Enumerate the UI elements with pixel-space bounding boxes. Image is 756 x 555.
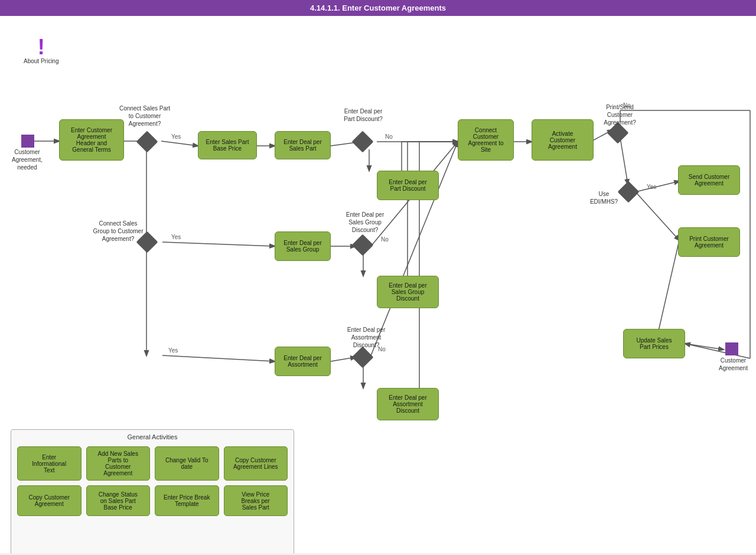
exclamation-icon: ! (38, 37, 45, 58)
svg-line-19 (636, 192, 679, 240)
ga-change-status-sales-part[interactable]: Change Statuson Sales PartBase Price (86, 485, 151, 516)
svg-line-23 (162, 242, 275, 246)
act-enter-header[interactable]: Enter CustomerAgreementHeader andGeneral… (59, 119, 124, 161)
d2-label: Enter Deal perPart Discount? (337, 107, 390, 123)
ga-enter-informational-text[interactable]: EnterInformationalText (17, 446, 82, 481)
d1-diamond (136, 131, 158, 153)
d1-label: Connect Sales Partto CustomerAgreement? (118, 105, 171, 128)
svg-text:Yes: Yes (168, 347, 178, 354)
ga-copy-customer-agreement-lines[interactable]: Copy CustomerAgreement Lines (224, 446, 288, 481)
general-activities-title: General Activities (11, 430, 294, 443)
d4-diamond (352, 234, 374, 256)
d3-label: Connect SalesGroup to CustomerAgreement? (92, 220, 145, 243)
diagram-area: Yes No No Yes Yes (0, 16, 756, 553)
svg-line-2 (161, 141, 198, 146)
end-node (725, 342, 738, 355)
general-activities-box: General Activities EnterInformationalTex… (11, 429, 294, 553)
d5-label: Enter Deal perAssortmentDiscount? (337, 326, 396, 349)
svg-line-21 (685, 344, 724, 350)
ga-copy-customer-agreement[interactable]: Copy CustomerAgreement (17, 485, 82, 516)
d7-label: Use EDI/MHS? (585, 190, 623, 205)
act-enter-deal-part-discount[interactable]: Enter Deal perPart Discount (377, 171, 439, 200)
act-connect-site[interactable]: ConnectCustomerAgreement toSite (458, 119, 514, 161)
svg-line-17 (636, 181, 679, 192)
d6-label: Print/SendCustomerAgreement? (592, 103, 648, 126)
ga-enter-price-break-template[interactable]: Enter Price BreakTemplate (155, 485, 219, 516)
act-enter-deal-assortment[interactable]: Enter Deal perAssortment (275, 347, 331, 376)
act-activate[interactable]: ActivateCustomerAgreement (532, 119, 594, 161)
act-enter-deal-sales-group-discount[interactable]: Enter Deal perSales GroupDiscount (377, 276, 439, 308)
d2-diamond (352, 131, 374, 153)
ga-grid: EnterInformationalText Add New SalesPart… (11, 443, 294, 520)
ga-view-price-breaks[interactable]: View PriceBreaks perSales Part (224, 485, 288, 516)
ga-change-valid-to-date[interactable]: Change Valid Todate (155, 446, 219, 481)
title-bar: 4.14.1.1. Enter Customer Agreements (0, 0, 756, 16)
svg-text:No: No (385, 133, 393, 140)
act-print[interactable]: Print CustomerAgreement (678, 227, 740, 257)
act-enter-base-price[interactable]: Enter Sales PartBase Price (198, 131, 257, 159)
svg-line-16 (620, 138, 628, 184)
act-update-sales-part-prices[interactable]: Update SalesPart Prices (623, 329, 685, 358)
d5-diamond (352, 347, 374, 368)
about-pricing[interactable]: ! About Pricing (24, 37, 58, 64)
svg-text:Yes: Yes (171, 133, 181, 140)
svg-line-20 (656, 240, 679, 344)
d4-label: Enter Deal perSales GroupDiscount? (335, 211, 395, 234)
act-enter-deal-sales-part[interactable]: Enter Deal perSales Part (275, 131, 331, 159)
act-enter-deal-assortment-discount[interactable]: Enter Deal perAssortmentDiscount (377, 388, 439, 420)
svg-text:Yes: Yes (171, 234, 181, 240)
svg-line-30 (162, 355, 275, 361)
start-node (21, 135, 34, 148)
about-pricing-label: About Pricing (24, 58, 58, 64)
svg-text:Yes: Yes (647, 184, 656, 190)
ga-add-new-sales-parts[interactable]: Add New SalesParts toCustomerAgreement (86, 446, 151, 481)
act-send[interactable]: Send CustomerAgreement (678, 165, 740, 195)
start-label: CustomerAgreement,needed (12, 148, 43, 171)
svg-text:No: No (381, 236, 389, 243)
act-enter-deal-sales-group[interactable]: Enter Deal perSales Group (275, 231, 331, 261)
end-label: CustomerAgreement (719, 357, 748, 372)
